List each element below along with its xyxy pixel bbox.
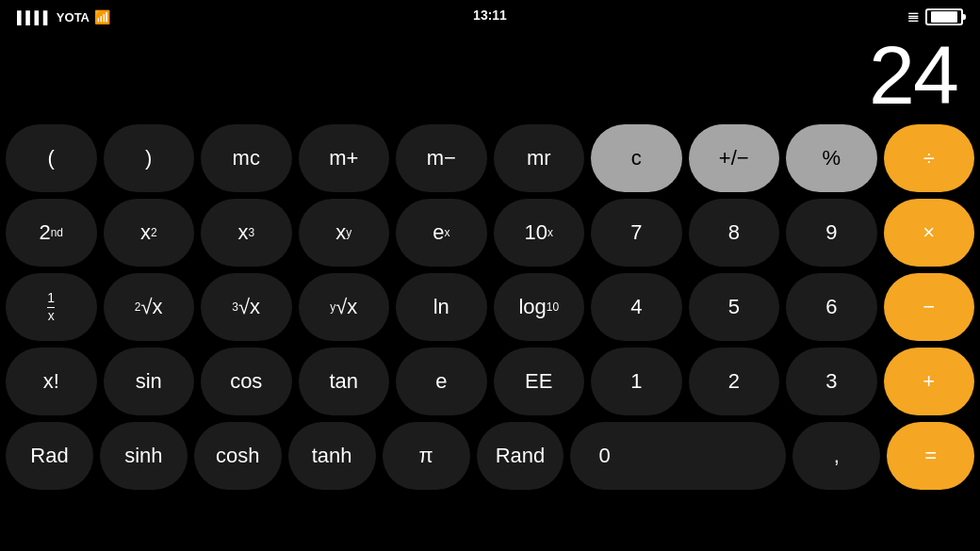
five-button[interactable]: 5 <box>689 273 780 341</box>
button-row-0: ()mcm+m−mrc+/−%÷ <box>6 124 974 192</box>
mr-button[interactable]: mr <box>494 124 585 192</box>
three-button[interactable]: 3 <box>786 348 877 415</box>
six-button[interactable]: 6 <box>786 273 877 341</box>
sqrt2-button[interactable]: 2√x <box>104 273 195 341</box>
eight-button[interactable]: 8 <box>689 199 780 267</box>
sin-button[interactable]: sin <box>104 348 195 415</box>
rand-button[interactable]: Rand <box>477 422 564 490</box>
multiply-button[interactable]: × <box>884 199 975 267</box>
status-left: ▌▌▌▌ YOTA 📶 <box>17 9 110 24</box>
m-minus-button[interactable]: m− <box>396 124 487 192</box>
log10-button[interactable]: log10 <box>494 273 585 341</box>
tan-button[interactable]: tan <box>299 348 390 415</box>
status-bar: ▌▌▌▌ YOTA 📶 13:11 𝌆 <box>0 0 980 30</box>
button-row-2: 1x2√x3√xy√xlnlog10456− <box>6 273 974 341</box>
x-y-button[interactable]: xy <box>299 199 390 267</box>
sqrt3-button[interactable]: 3√x <box>201 273 292 341</box>
button-row-4: RadsinhcoshtanhπRand0,= <box>6 422 974 490</box>
bluetooth-icon: 𝌆 <box>907 9 920 24</box>
EE-button[interactable]: EE <box>494 348 585 415</box>
second-button[interactable]: 2nd <box>6 199 97 267</box>
battery-icon <box>925 8 963 25</box>
one-button[interactable]: 1 <box>591 348 682 415</box>
sinh-button[interactable]: sinh <box>100 422 188 490</box>
sqrty-button[interactable]: y√x <box>299 273 390 341</box>
clear-button[interactable]: c <box>591 124 682 192</box>
percent-button[interactable]: % <box>786 124 877 192</box>
mc-button[interactable]: mc <box>201 124 292 192</box>
x-squared-button[interactable]: x2 <box>104 199 195 267</box>
signal-icon: ▌▌▌▌ <box>17 10 52 24</box>
status-right: 𝌆 <box>907 8 963 25</box>
carrier-label: YOTA <box>57 10 90 24</box>
ln-button[interactable]: ln <box>396 273 487 341</box>
two-button[interactable]: 2 <box>689 348 780 415</box>
plus-minus-button[interactable]: +/− <box>689 124 780 192</box>
subtract-button[interactable]: − <box>884 273 975 341</box>
calculator: ()mcm+m−mrc+/−%÷2ndx2x3xyex10x789×1x2√x3… <box>0 124 980 495</box>
divide-button[interactable]: ÷ <box>884 124 975 192</box>
button-row-3: x!sincostaneEE123+ <box>6 348 974 415</box>
add-button[interactable]: + <box>884 348 975 415</box>
decimal-button[interactable]: , <box>792 422 880 490</box>
four-button[interactable]: 4 <box>591 273 682 341</box>
ten-x-button[interactable]: 10x <box>494 199 585 267</box>
open-paren-button[interactable]: ( <box>6 124 97 192</box>
e-x-button[interactable]: ex <box>396 199 487 267</box>
tanh-button[interactable]: tanh <box>288 422 376 490</box>
display-value: 24 <box>869 34 957 117</box>
wifi-icon: 📶 <box>94 9 110 24</box>
display: 24 <box>0 30 980 124</box>
pi-button[interactable]: π <box>383 422 470 490</box>
close-paren-button[interactable]: ) <box>104 124 195 192</box>
cosh-button[interactable]: cosh <box>194 422 282 490</box>
status-time: 13:11 <box>473 8 507 23</box>
factorial-button[interactable]: x! <box>6 348 97 415</box>
nine-button[interactable]: 9 <box>786 199 877 267</box>
equals-button[interactable]: = <box>887 422 974 490</box>
rad-button[interactable]: Rad <box>6 422 93 490</box>
zero-button[interactable]: 0 <box>570 422 786 490</box>
m-plus-button[interactable]: m+ <box>299 124 390 192</box>
seven-button[interactable]: 7 <box>591 199 682 267</box>
x-cubed-button[interactable]: x3 <box>201 199 292 267</box>
one-over-x-button[interactable]: 1x <box>6 273 97 341</box>
e-button[interactable]: e <box>396 348 487 415</box>
button-row-1: 2ndx2x3xyex10x789× <box>6 199 974 267</box>
cos-button[interactable]: cos <box>201 348 292 415</box>
